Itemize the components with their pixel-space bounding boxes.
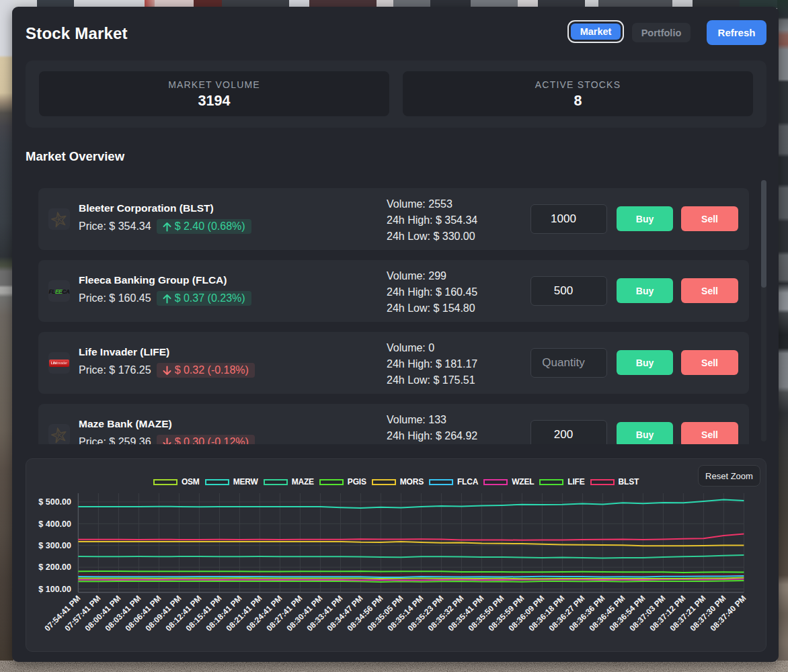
svg-text:$ 200.00: $ 200.00 (38, 562, 71, 572)
svg-text:$ 500.00: $ 500.00 (38, 497, 71, 507)
svg-text:$ 400.00: $ 400.00 (38, 519, 71, 529)
svg-text:$ 300.00: $ 300.00 (38, 541, 71, 550)
svg-text:$ 100.00: $ 100.00 (38, 585, 71, 594)
